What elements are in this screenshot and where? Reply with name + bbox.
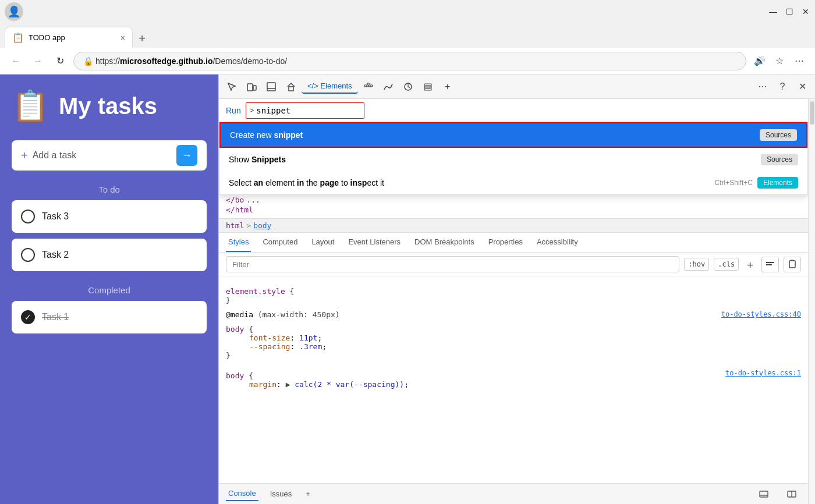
- breadcrumb-html[interactable]: html: [226, 221, 244, 230]
- add-style-button[interactable]: +: [743, 257, 757, 272]
- network-tab-icon[interactable]: [359, 77, 378, 96]
- tree-body-close: </bo: [226, 196, 244, 204]
- add-panel-button[interactable]: +: [303, 487, 313, 501]
- task-checkbox-3[interactable]: [21, 210, 35, 223]
- issues-tab[interactable]: Issues: [268, 487, 295, 501]
- suggestion-create-snippet-text: Create new snippet: [230, 130, 760, 140]
- maximize-button[interactable]: ☐: [785, 7, 794, 16]
- suggestion-snippets-bold: Snippets: [251, 155, 286, 164]
- todo-title: My tasks: [59, 93, 157, 119]
- refresh-button[interactable]: ↻: [51, 52, 69, 70]
- todo-header: 📋 My tasks: [12, 88, 207, 124]
- address-bar: ← → ↻ 🔒 https:// microsoftedge.github.io…: [0, 48, 815, 74]
- suggestion-create-snippet[interactable]: Create new snippet Sources: [219, 122, 807, 148]
- tab-event-listeners[interactable]: Event Listeners: [346, 233, 403, 252]
- undock-button[interactable]: [782, 485, 801, 503]
- memory-tab-icon[interactable]: [399, 77, 417, 96]
- read-aloud-button[interactable]: 🔊: [751, 52, 768, 70]
- devtools-panel: </> Elements + ⋯ ? ✕: [218, 74, 815, 504]
- command-bar: Run > Create new snippet Sources: [219, 99, 808, 122]
- svg-rect-16: [766, 264, 772, 265]
- inspect-element-button[interactable]: [222, 77, 241, 96]
- minimize-button[interactable]: —: [768, 7, 778, 16]
- tab-favicon: 📋: [12, 32, 24, 43]
- back-button[interactable]: ←: [7, 52, 24, 70]
- devtools-toolbar-right: ⋯ ? ✕: [753, 77, 812, 96]
- cls-button[interactable]: .cls: [714, 258, 739, 271]
- task-checkbox-1[interactable]: ✓: [21, 310, 35, 324]
- tab-styles[interactable]: Styles: [226, 233, 251, 252]
- tree-html-close: </html: [226, 205, 253, 214]
- tree-line-html-close: </html: [226, 205, 801, 215]
- devtools-scrollbar[interactable]: [808, 99, 815, 504]
- more-tools-button[interactable]: ⋯: [753, 77, 772, 96]
- sources-badge-1[interactable]: Sources: [760, 129, 797, 141]
- storage-tab-icon[interactable]: [419, 77, 437, 96]
- css-source-link-2[interactable]: to-do-styles.css:1: [725, 369, 801, 377]
- tab-properties[interactable]: Properties: [486, 233, 525, 252]
- svg-rect-15: [766, 262, 774, 263]
- url-bar[interactable]: 🔒 https:// microsoftedge.github.io /Demo…: [73, 52, 746, 70]
- svg-rect-2: [267, 83, 275, 91]
- breadcrumb-body[interactable]: body: [253, 221, 271, 230]
- task-label-2: Task 2: [42, 250, 69, 260]
- task-item-2[interactable]: Task 2: [12, 239, 207, 271]
- elements-badge[interactable]: Elements: [757, 177, 798, 189]
- svg-rect-0: [247, 84, 253, 91]
- performance-tab-icon[interactable]: [379, 77, 398, 96]
- tab-layout[interactable]: Layout: [309, 233, 336, 252]
- css-rule-element-style-close: }: [226, 296, 801, 304]
- url-domain: microsoftedge.github.io: [120, 56, 212, 66]
- task-item-1[interactable]: ✓ Task 1: [12, 301, 207, 333]
- task-label-1: Task 1: [42, 312, 69, 322]
- add-task-submit-button[interactable]: →: [176, 145, 197, 166]
- console-tab[interactable]: Console: [226, 487, 258, 501]
- dock-button[interactable]: [754, 485, 773, 503]
- help-button[interactable]: ?: [773, 77, 792, 96]
- url-secure-text: https://: [95, 56, 120, 66]
- add-task-input[interactable]: Add a task: [33, 150, 176, 161]
- run-button[interactable]: Run: [226, 106, 241, 115]
- css-val-margin: calc(2 * var(--spacing)): [295, 380, 404, 389]
- close-button[interactable]: ✕: [801, 7, 810, 16]
- forward-button[interactable]: →: [29, 52, 47, 70]
- css-body-selector-1: body {: [226, 325, 801, 333]
- tab-computed[interactable]: Computed: [260, 233, 300, 252]
- task-label-3: Task 3: [42, 211, 69, 222]
- todo-section-label: To do: [12, 184, 207, 194]
- suggestion-select-element[interactable]: Select an element in the page to inspect…: [219, 171, 807, 194]
- user-avatar: 👤: [5, 2, 23, 21]
- tab-accessibility[interactable]: Accessibility: [534, 233, 580, 252]
- command-input-area[interactable]: >: [246, 102, 365, 119]
- drawer-toggle-button[interactable]: [262, 77, 281, 96]
- favorites-button[interactable]: ☆: [771, 52, 788, 70]
- copy-style-button[interactable]: [784, 257, 801, 272]
- device-emulation-button[interactable]: [242, 77, 261, 96]
- devtools-tab-elements[interactable]: </> Elements: [302, 79, 358, 94]
- tab-close-button[interactable]: ×: [121, 33, 125, 42]
- suggestion-show-snippets[interactable]: Show Snippets Sources: [219, 148, 807, 171]
- css-body-selector-2: body {: [226, 371, 253, 380]
- breadcrumb-separator: >: [246, 221, 251, 230]
- home-button[interactable]: [282, 77, 300, 96]
- todo-icon: 📋: [12, 88, 49, 124]
- add-task-bar[interactable]: + Add a task →: [12, 140, 207, 171]
- tab-dom-breakpoints[interactable]: DOM Breakpoints: [412, 233, 477, 252]
- css-source-link-1[interactable]: to-do-styles.css:40: [721, 310, 801, 318]
- new-tab-button[interactable]: +: [133, 29, 151, 48]
- browser-tab[interactable]: 📋 TODO app ×: [5, 27, 133, 48]
- hov-button[interactable]: :hov: [684, 258, 709, 271]
- styles-filter-input[interactable]: [226, 256, 679, 272]
- sources-badge-2[interactable]: Sources: [761, 154, 798, 165]
- svg-rect-18: [760, 491, 768, 497]
- more-tab-icon[interactable]: +: [438, 77, 457, 96]
- task-checkbox-2[interactable]: [21, 248, 35, 262]
- command-input[interactable]: [256, 106, 360, 115]
- style-rule-button[interactable]: [761, 257, 779, 272]
- window-controls: — ☐ ✕: [768, 7, 810, 16]
- task-item-3[interactable]: Task 3: [12, 200, 207, 233]
- css-prop-margin: margin: [249, 380, 277, 389]
- css-val-font-size: 11pt: [299, 333, 317, 342]
- close-devtools-button[interactable]: ✕: [793, 77, 812, 96]
- more-button[interactable]: ⋯: [791, 52, 808, 70]
